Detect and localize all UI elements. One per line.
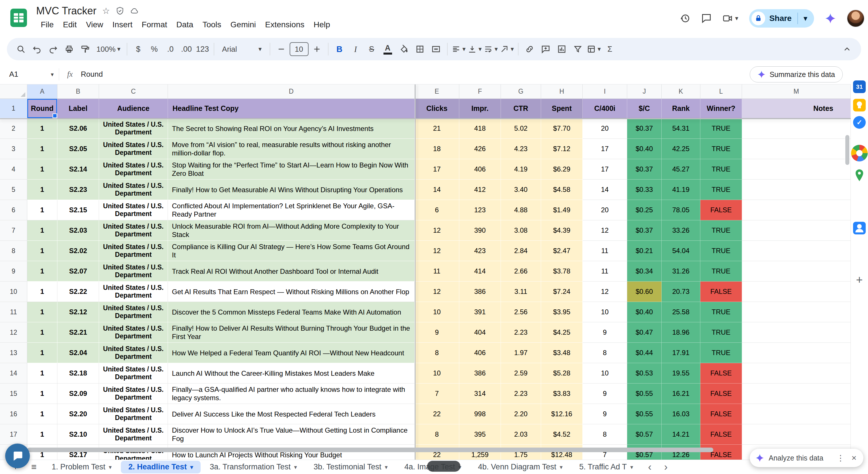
cell-J9[interactable]: $0.34 bbox=[627, 261, 662, 282]
cell-L3[interactable]: TRUE bbox=[701, 139, 742, 159]
sheet-tab-1[interactable]: 1. Problem Test▾ bbox=[44, 461, 119, 473]
column-header-L[interactable]: L bbox=[701, 85, 742, 99]
cell-B6[interactable]: S2.15 bbox=[57, 200, 99, 220]
cell-I6[interactable]: 20 bbox=[583, 200, 627, 220]
cell-F8[interactable]: 423 bbox=[459, 241, 501, 261]
cell-C4[interactable]: United States / U.S. Department bbox=[99, 159, 168, 180]
cell-H4[interactable]: $6.29 bbox=[541, 159, 583, 180]
column-header-I[interactable]: I bbox=[583, 85, 627, 99]
cell-A10[interactable]: 1 bbox=[27, 282, 57, 302]
cell-D8[interactable]: Compliance is Killing Our AI Strategy — … bbox=[168, 241, 415, 261]
cell-B12[interactable]: S2.21 bbox=[57, 322, 99, 343]
comment-history-icon[interactable] bbox=[701, 13, 712, 24]
cell-K1[interactable]: Rank bbox=[662, 99, 701, 118]
cell-F5[interactable]: 412 bbox=[459, 180, 501, 200]
cell-J18[interactable]: $0.57 bbox=[627, 445, 662, 460]
cell-C7[interactable]: United States / U.S. Department bbox=[99, 220, 168, 241]
meet-button[interactable]: ▾ bbox=[722, 13, 738, 24]
column-header-D[interactable]: D bbox=[168, 85, 415, 99]
cell-L9[interactable]: TRUE bbox=[701, 261, 742, 282]
cell-J10[interactable]: $0.60 bbox=[627, 282, 662, 302]
share-dropdown-caret[interactable]: ▾ bbox=[802, 14, 809, 22]
increase-font-size-button[interactable] bbox=[309, 41, 324, 57]
cell-J4[interactable]: $0.37 bbox=[627, 159, 662, 180]
table-views-button[interactable]: ▾ bbox=[586, 41, 601, 57]
row-header-5[interactable]: 5 bbox=[0, 180, 27, 200]
cell-G5[interactable]: 3.40 bbox=[501, 180, 541, 200]
menu-data[interactable]: Data bbox=[172, 19, 198, 31]
cell-F7[interactable]: 390 bbox=[459, 220, 501, 241]
cell-F15[interactable]: 314 bbox=[459, 384, 501, 404]
zoom-select[interactable]: 100%▾ bbox=[94, 41, 123, 57]
cell-C6[interactable]: United States / U.S. Department bbox=[99, 200, 168, 220]
cell-I9[interactable]: 11 bbox=[583, 261, 627, 282]
cell-C5[interactable]: United States / U.S. Department bbox=[99, 180, 168, 200]
cell-K13[interactable]: 17.91 bbox=[662, 343, 701, 363]
cell-I16[interactable]: 9 bbox=[583, 404, 627, 424]
menu-extensions[interactable]: Extensions bbox=[260, 19, 309, 31]
cell-D13[interactable]: How We Helped a Federal Team Quantify AI… bbox=[168, 343, 415, 363]
cell-K7[interactable]: 33.26 bbox=[662, 220, 701, 241]
cell-J3[interactable]: $0.40 bbox=[627, 139, 662, 159]
cell-E18[interactable]: 22 bbox=[415, 445, 459, 460]
cell-F6[interactable]: 123 bbox=[459, 200, 501, 220]
insert-comment-button[interactable] bbox=[538, 41, 553, 57]
cell-A3[interactable]: 1 bbox=[27, 139, 57, 159]
tab-menu-caret-icon[interactable]: ▾ bbox=[385, 464, 388, 471]
cell-L13[interactable]: TRUE bbox=[701, 343, 742, 363]
menu-help[interactable]: Help bbox=[309, 19, 335, 31]
cell-A14[interactable]: 1 bbox=[27, 363, 57, 384]
tab-menu-caret-icon[interactable]: ▾ bbox=[109, 464, 112, 471]
cell-H13[interactable]: $3.48 bbox=[541, 343, 583, 363]
cell-D3[interactable]: Move from “AI vision” to real, measurabl… bbox=[168, 139, 415, 159]
cell-K15[interactable]: 16.21 bbox=[662, 384, 701, 404]
formula-input[interactable]: Round bbox=[81, 70, 103, 79]
bold-button[interactable]: B bbox=[332, 41, 347, 57]
row-header-12[interactable]: 12 bbox=[0, 322, 27, 343]
cell-F13[interactable]: 406 bbox=[459, 343, 501, 363]
cell-K16[interactable]: 16.03 bbox=[662, 404, 701, 424]
row-header-4[interactable]: 4 bbox=[0, 159, 27, 180]
cell-C18[interactable]: United States / U.S. Department bbox=[99, 445, 168, 460]
font-family-select[interactable]: Arial▾ bbox=[218, 41, 267, 57]
cell-L15[interactable]: FALSE bbox=[701, 384, 742, 404]
cell-L12[interactable]: TRUE bbox=[701, 322, 742, 343]
cell-I14[interactable]: 10 bbox=[583, 363, 627, 384]
cell-H8[interactable]: $2.47 bbox=[541, 241, 583, 261]
cell-M12[interactable] bbox=[742, 322, 851, 343]
cell-E6[interactable]: 6 bbox=[415, 200, 459, 220]
cell-B13[interactable]: S2.04 bbox=[57, 343, 99, 363]
cell-A12[interactable]: 1 bbox=[27, 322, 57, 343]
sheet-tab-3[interactable]: 3a. Transformation Test▾ bbox=[203, 461, 305, 473]
text-rotation-button[interactable]: ▾ bbox=[499, 41, 515, 57]
cell-L18[interactable]: FALSE bbox=[701, 445, 742, 460]
font-size-input[interactable]: 10 bbox=[290, 42, 309, 56]
cell-C17[interactable]: United States / U.S. Department bbox=[99, 424, 168, 445]
cell-H18[interactable]: $12.48 bbox=[541, 445, 583, 460]
collapse-toolbar-icon[interactable] bbox=[839, 41, 855, 57]
cell-H15[interactable]: $3.83 bbox=[541, 384, 583, 404]
row-header-7[interactable]: 7 bbox=[0, 220, 27, 241]
cell-K5[interactable]: 41.19 bbox=[662, 180, 701, 200]
maps-icon[interactable] bbox=[854, 169, 865, 182]
cell-M4[interactable] bbox=[742, 159, 851, 180]
cell-H7[interactable]: $4.39 bbox=[541, 220, 583, 241]
merge-cells-button[interactable] bbox=[428, 41, 444, 57]
cell-B11[interactable]: S2.12 bbox=[57, 302, 99, 322]
cell-L14[interactable]: FALSE bbox=[701, 363, 742, 384]
version-history-icon[interactable] bbox=[680, 13, 690, 24]
cell-M5[interactable] bbox=[742, 180, 851, 200]
cell-K14[interactable]: 19.55 bbox=[662, 363, 701, 384]
cell-J11[interactable]: $0.40 bbox=[627, 302, 662, 322]
row-header-9[interactable]: 9 bbox=[0, 261, 27, 282]
cell-H6[interactable]: $1.49 bbox=[541, 200, 583, 220]
strikethrough-button[interactable]: S bbox=[364, 41, 379, 57]
cell-E11[interactable]: 10 bbox=[415, 302, 459, 322]
row-header-13[interactable]: 13 bbox=[0, 343, 27, 363]
cell-A9[interactable]: 1 bbox=[27, 261, 57, 282]
cell-K17[interactable]: 14.21 bbox=[662, 424, 701, 445]
tab-menu-caret-icon[interactable]: ▾ bbox=[630, 464, 633, 471]
cell-K8[interactable]: 54.04 bbox=[662, 241, 701, 261]
vertical-scrollbar-thumb[interactable] bbox=[845, 135, 849, 165]
cell-I2[interactable]: 20 bbox=[583, 118, 627, 139]
